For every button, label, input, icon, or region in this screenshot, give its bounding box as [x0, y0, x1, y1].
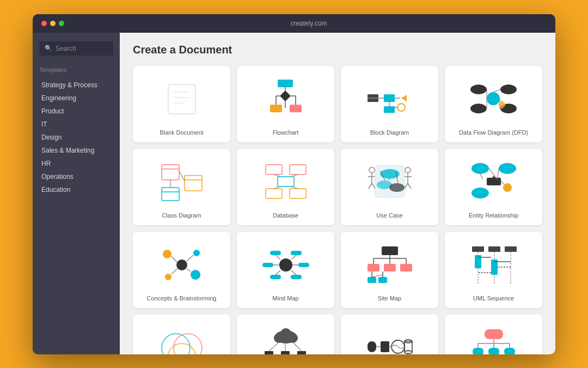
svg-line-103 — [291, 270, 296, 275]
search-icon: 🔍 — [45, 45, 52, 52]
sidebar-item-strategy[interactable]: Strategy & Process — [39, 79, 113, 92]
svg-point-27 — [487, 92, 500, 105]
svg-rect-147 — [381, 341, 389, 352]
sidebar-item-sales[interactable]: Sales & Marketing — [39, 144, 113, 157]
svg-rect-107 — [400, 264, 412, 272]
er-diagram — [451, 158, 536, 207]
svg-rect-38 — [162, 165, 179, 180]
svg-point-84 — [193, 250, 200, 256]
svg-point-74 — [471, 188, 489, 198]
svg-rect-94 — [270, 251, 281, 255]
close-dot[interactable] — [41, 21, 47, 26]
svg-rect-119 — [488, 246, 500, 252]
svg-rect-17 — [384, 106, 395, 113]
template-class[interactable]: Class Diagram — [133, 149, 230, 225]
template-bpmn[interactable]: BPMN — [341, 315, 438, 354]
svg-point-83 — [163, 250, 171, 258]
browser-window: creately.com 🔍 Templates Strategy & Proc… — [33, 14, 555, 354]
url-bar[interactable]: creately.com — [71, 20, 547, 27]
template-er[interactable]: Entity Relationship — [445, 149, 542, 225]
template-venn[interactable]: Venn Diagram — [133, 315, 230, 354]
sidebar-item-product[interactable]: Product — [39, 105, 113, 118]
search-box[interactable]: 🔍 — [39, 41, 113, 56]
svg-rect-97 — [291, 275, 302, 279]
svg-marker-16 — [401, 95, 407, 101]
svg-rect-40 — [185, 176, 202, 191]
concepts-diagram — [139, 240, 224, 289]
blank-label: Blank Document — [160, 129, 204, 136]
template-concepts[interactable]: Concepts & Brainstorming — [133, 232, 230, 308]
template-flowchart[interactable]: Flowchart — [237, 66, 334, 142]
sidebar-item-operations[interactable]: Operations — [39, 170, 113, 183]
uml-label: UML Sequence — [473, 295, 514, 301]
sidebar-item-education[interactable]: Education — [39, 183, 113, 196]
svg-line-59 — [372, 183, 375, 189]
sidebar-item-design[interactable]: Design — [39, 131, 113, 144]
svg-rect-106 — [384, 264, 396, 272]
svg-point-60 — [405, 167, 411, 173]
dfd-label: Data Flow Diagram (DFD) — [459, 129, 528, 136]
template-sitemap[interactable]: Site Map — [341, 232, 438, 308]
svg-line-90 — [171, 269, 177, 274]
svg-line-81 — [498, 168, 499, 178]
svg-point-156 — [490, 330, 498, 338]
flowchart-diagram — [243, 75, 328, 124]
er-label: Entity Relationship — [469, 212, 518, 219]
svg-rect-42 — [162, 188, 179, 201]
block-label: Block Diagram — [370, 129, 409, 136]
svg-line-102 — [275, 270, 280, 275]
svg-point-85 — [191, 270, 200, 280]
svg-point-68 — [389, 183, 405, 192]
sidebar-item-engineering[interactable]: Engineering — [39, 92, 113, 105]
svg-rect-15 — [384, 94, 395, 102]
svg-line-64 — [408, 183, 411, 189]
flowchart-label: Flowchart — [273, 129, 299, 136]
template-usecase[interactable]: Use Case — [341, 149, 438, 225]
svg-point-23 — [470, 85, 487, 94]
template-database[interactable]: Database — [237, 149, 334, 225]
svg-marker-5 — [280, 91, 291, 101]
sidebar-item-hr[interactable]: HR — [39, 157, 113, 170]
blank-diagram — [139, 75, 224, 124]
svg-rect-164 — [504, 348, 515, 354]
sidebar-item-it[interactable]: IT — [39, 118, 113, 131]
template-dfd[interactable]: Data Flow Diagram (DFD) — [445, 66, 542, 142]
maximize-dot[interactable] — [59, 21, 64, 26]
minimize-dot[interactable] — [50, 21, 56, 26]
svg-line-145 — [293, 342, 302, 351]
browser-content: 🔍 Templates Strategy & Process Engineeri… — [33, 33, 555, 354]
svg-rect-108 — [367, 277, 376, 283]
svg-rect-96 — [270, 275, 281, 279]
template-mindmap[interactable]: Mind Map — [237, 232, 334, 308]
svg-line-87 — [171, 256, 177, 262]
template-blank[interactable]: Blank Document — [133, 66, 230, 142]
svg-line-88 — [187, 255, 193, 261]
template-uml[interactable]: UML Sequence — [445, 232, 542, 308]
svg-point-72 — [471, 163, 489, 174]
template-orgchart[interactable]: Org Chart — [445, 315, 542, 354]
uml-diagram — [451, 240, 536, 289]
template-block[interactable]: Block Diagram — [341, 66, 438, 142]
svg-rect-135 — [281, 351, 290, 354]
svg-rect-118 — [472, 246, 484, 252]
svg-line-100 — [275, 255, 280, 260]
svg-rect-0 — [168, 85, 195, 114]
svg-point-25 — [470, 104, 487, 113]
svg-line-44 — [179, 171, 185, 181]
svg-point-86 — [165, 274, 171, 280]
svg-point-142 — [280, 328, 291, 339]
concepts-label: Concepts & Brainstorming — [147, 295, 217, 301]
svg-rect-120 — [505, 246, 517, 252]
template-network[interactable]: Network Diagram — [237, 315, 334, 354]
svg-point-82 — [176, 260, 187, 270]
sidebar: 🔍 Templates Strategy & Process Engineeri… — [33, 33, 120, 354]
svg-point-77 — [503, 183, 512, 192]
svg-line-79 — [480, 174, 483, 179]
svg-line-58 — [369, 183, 372, 189]
svg-line-30 — [493, 89, 500, 92]
usecase-label: Use Case — [376, 212, 402, 219]
svg-rect-93 — [298, 263, 309, 267]
search-input[interactable] — [56, 45, 108, 52]
sidebar-section-label: Templates — [39, 67, 113, 73]
svg-rect-104 — [382, 246, 398, 255]
